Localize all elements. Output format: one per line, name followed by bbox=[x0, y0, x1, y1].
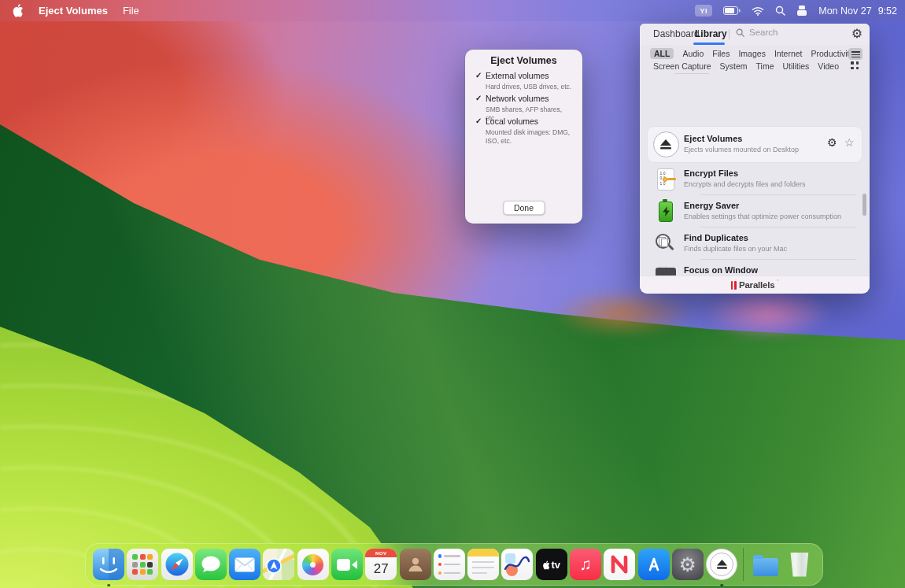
tab-library[interactable]: Library bbox=[695, 24, 727, 44]
running-indicator bbox=[720, 584, 723, 587]
apple-menu-icon[interactable] bbox=[12, 4, 24, 17]
menubar-menu-file[interactable]: File bbox=[123, 5, 139, 17]
tool-description: Encrypts and decrypts files and folders bbox=[684, 180, 806, 188]
tool-title: Eject Volumes bbox=[684, 134, 742, 143]
calendar-day: 27 bbox=[365, 557, 397, 580]
option-label: Local volumes bbox=[486, 116, 573, 126]
wifi-icon[interactable] bbox=[752, 6, 764, 16]
checkmark-icon[interactable] bbox=[475, 116, 482, 125]
option-external-volumes[interactable]: External volumes Hard drives, USB drives… bbox=[475, 71, 573, 91]
dock-photos-icon[interactable] bbox=[297, 549, 329, 580]
search-input[interactable] bbox=[748, 27, 837, 38]
dock-trash-icon[interactable] bbox=[784, 549, 815, 580]
list-view-toggle-icon[interactable] bbox=[848, 48, 863, 60]
menubar-app-name[interactable]: Eject Volumes bbox=[39, 5, 108, 17]
magnifier-documents-icon bbox=[652, 231, 679, 257]
dock-calendar-icon[interactable]: NOV 27 bbox=[365, 549, 397, 580]
option-local-volumes[interactable]: Local volumes Mounted disk images: DMG, … bbox=[475, 116, 573, 145]
dock-separator bbox=[743, 548, 744, 581]
spotlight-search-icon[interactable] bbox=[775, 6, 785, 16]
menu-bar: Eject Volumes File YI bbox=[0, 0, 905, 21]
dock-mail-icon[interactable] bbox=[229, 549, 260, 580]
dock: NOV 27 bbox=[85, 543, 823, 586]
dock-contacts-icon[interactable] bbox=[400, 549, 431, 580]
dock-apple-tv-icon[interactable]: tv bbox=[536, 549, 567, 580]
dock-news-icon[interactable] bbox=[604, 549, 635, 580]
favorite-star-outline-icon[interactable]: ☆ bbox=[844, 136, 855, 149]
category-system[interactable]: System bbox=[720, 61, 748, 71]
dock-maps-icon[interactable] bbox=[263, 549, 294, 580]
option-description: Hard drives, USB drives, etc. bbox=[486, 83, 574, 91]
checkmark-icon[interactable] bbox=[475, 71, 482, 80]
category-screen-capture[interactable]: Screen Capture bbox=[653, 61, 711, 71]
parallels-logo-bars-icon bbox=[731, 281, 737, 290]
folder-icon bbox=[753, 558, 778, 576]
dock-messages-icon[interactable] bbox=[195, 549, 227, 580]
dock-finder-icon[interactable] bbox=[93, 549, 124, 580]
panel-header: Dashboard Library ⚙ bbox=[640, 24, 870, 46]
category-productivity[interactable]: Productivity bbox=[811, 49, 854, 58]
search-icon bbox=[736, 28, 744, 37]
menubar-time: 9:52 bbox=[878, 6, 897, 17]
panel-footer: Parallels ʼ bbox=[640, 276, 870, 294]
eject-volumes-dialog: Eject Volumes External volumes Hard driv… bbox=[465, 50, 582, 224]
calendar-month: NOV bbox=[365, 549, 397, 557]
category-audio[interactable]: Audio bbox=[682, 49, 704, 58]
header-divider bbox=[729, 29, 730, 39]
dock-music-icon[interactable]: ♫ bbox=[570, 549, 601, 580]
category-files[interactable]: Files bbox=[712, 49, 730, 58]
dock-eject-volumes-icon[interactable] bbox=[706, 549, 737, 580]
parallels-trademark: ʼ bbox=[777, 279, 778, 285]
category-video[interactable]: Video bbox=[818, 61, 839, 71]
dock-downloads-folder-icon[interactable] bbox=[750, 549, 781, 580]
tool-row-focus-on-window[interactable]: Focus on Window Dims all windows except … bbox=[648, 260, 862, 276]
dock-freeform-icon[interactable] bbox=[501, 549, 533, 580]
desktop-wallpaper: Eject Volumes File YI bbox=[0, 0, 905, 588]
grid-view-toggle-icon[interactable] bbox=[851, 61, 860, 71]
menubar-clock[interactable]: Mon Nov 27 9:52 bbox=[818, 6, 897, 17]
tool-title: Energy Saver bbox=[684, 201, 739, 210]
dock-reminders-icon[interactable] bbox=[434, 549, 465, 580]
category-images[interactable]: Images bbox=[738, 49, 765, 58]
checkmark-icon[interactable] bbox=[475, 94, 482, 102]
tools-list: Eject Volumes Ejects volumes mounted on … bbox=[640, 73, 870, 276]
tab-dashboard[interactable]: Dashboard bbox=[653, 24, 700, 44]
option-label: External volumes bbox=[486, 71, 573, 80]
input-source-badge[interactable]: YI bbox=[695, 5, 712, 17]
battery-bolt-icon bbox=[652, 198, 679, 225]
dock-facetime-icon[interactable] bbox=[331, 549, 363, 580]
category-utilities[interactable]: Utilities bbox=[783, 61, 810, 71]
tool-title: Find Duplicates bbox=[684, 233, 748, 242]
eject-icon bbox=[652, 131, 679, 158]
dock-safari-icon[interactable] bbox=[161, 549, 193, 580]
dock-app-store-icon[interactable] bbox=[638, 549, 670, 580]
tool-row-find-duplicates[interactable]: Find Duplicates Finds duplicate files on… bbox=[648, 227, 862, 260]
done-button[interactable]: Done bbox=[503, 201, 545, 215]
tool-description: Finds duplicate files on your Mac bbox=[684, 245, 787, 253]
window-icon bbox=[652, 263, 679, 276]
dock-notes-icon[interactable] bbox=[467, 549, 499, 580]
dock-system-settings-icon[interactable]: ⚙ bbox=[672, 549, 704, 580]
category-filter-bar: ALL Audio Files Images Internet Producti… bbox=[640, 45, 870, 74]
tool-description: Enables settings that optimize power con… bbox=[684, 213, 841, 220]
parallels-brand: Parallels bbox=[739, 280, 775, 290]
category-time[interactable]: Time bbox=[756, 61, 774, 71]
panel-scrollbar[interactable] bbox=[863, 194, 866, 216]
parallels-toolbox-menu-icon[interactable] bbox=[796, 6, 807, 16]
category-internet[interactable]: Internet bbox=[774, 49, 803, 58]
category-all[interactable]: ALL bbox=[650, 48, 674, 59]
parallels-toolbox-panel: Dashboard Library ⚙ ALL Audio Files Imag… bbox=[640, 24, 870, 293]
dock-launchpad-icon[interactable] bbox=[127, 549, 158, 580]
trash-bin-icon bbox=[789, 553, 810, 577]
tool-title: Encrypt Files bbox=[684, 168, 738, 178]
tool-title: Focus on Window bbox=[684, 265, 758, 275]
tool-row-energy-saver[interactable]: Energy Saver Enables settings that optim… bbox=[648, 195, 862, 227]
tool-row-eject-volumes[interactable]: Eject Volumes Ejects volumes mounted on … bbox=[648, 127, 862, 162]
tool-row-encrypt-files[interactable]: Encrypt Files Encrypts and decrypts file… bbox=[648, 163, 862, 195]
battery-icon[interactable] bbox=[723, 6, 741, 15]
encrypted-document-key-icon bbox=[652, 166, 679, 193]
option-description: Mounted disk images: DMG, ISO, etc. bbox=[486, 128, 574, 145]
menubar-date: Mon Nov 27 bbox=[818, 6, 871, 17]
panel-settings-gear-icon[interactable]: ⚙ bbox=[851, 26, 863, 42]
tool-settings-gear-icon[interactable]: ⚙ bbox=[827, 136, 837, 149]
